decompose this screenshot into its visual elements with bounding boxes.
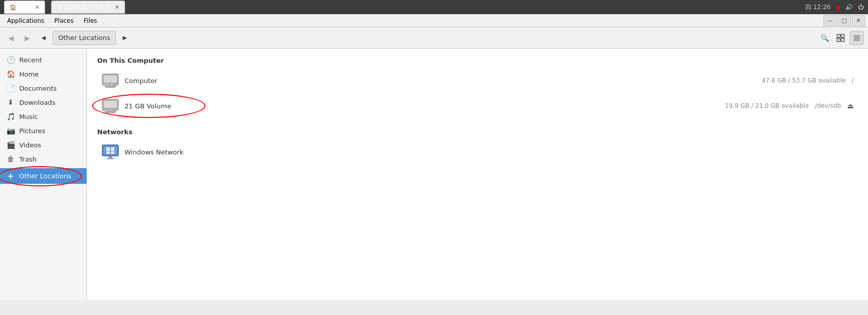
volume-drive-svg (101, 98, 119, 113)
sidebar-item-music[interactable]: 🎵 Music (0, 109, 87, 124)
taskbar-left: 🏠 主页 ✕ 🖥 CentOS 7 64 位 ✕ (4, 1, 805, 14)
datetime-display: 四 12:26 (805, 3, 831, 12)
power-icon[interactable]: ⏻ (858, 4, 864, 11)
grid-icon (837, 34, 845, 42)
tab-centos[interactable]: 🖥 CentOS 7 64 位 ✕ (51, 1, 125, 14)
svg-rect-21 (106, 151, 110, 154)
sidebar-item-label-videos: Videos (19, 141, 41, 149)
sidebar-item-videos[interactable]: 🎬 Videos (0, 138, 87, 152)
location-text: Other Locations (58, 34, 110, 42)
music-icon: 🎵 (6, 112, 15, 121)
other-locations-icon: + (6, 171, 15, 181)
svg-rect-0 (837, 34, 840, 37)
volume-item-info: 19.9 GB / 21.0 GB available /dev/sdb ⏏ (725, 102, 854, 110)
tab-centos-close[interactable]: ✕ (115, 4, 119, 11)
svg-point-15 (114, 110, 115, 111)
svg-rect-24 (107, 158, 114, 159)
svg-rect-2 (837, 38, 840, 42)
computer-storage-info: 47.8 GB / 53.7 GB available (762, 77, 846, 84)
toolbar: ◀ ▶ ◀ Other Locations ▶ 🔍 (0, 27, 868, 49)
sidebar-item-label-recent: Recent (19, 56, 42, 64)
windows-network-icon (101, 143, 119, 161)
main-area: 🕐 Recent 🏠 Home 📄 Documents ⬇ Downloads … (0, 49, 868, 300)
svg-rect-11 (105, 86, 115, 88)
minimize-button[interactable]: — (823, 15, 837, 26)
tab-home[interactable]: 🏠 主页 ✕ (4, 1, 45, 14)
sidebar-item-label-downloads: Downloads (19, 99, 55, 106)
svg-rect-20 (111, 147, 114, 151)
eject-button[interactable]: ⏏ (847, 102, 854, 110)
sidebar-item-label-documents: Documents (19, 85, 57, 92)
sidebar: 🕐 Recent 🏠 Home 📄 Documents ⬇ Downloads … (0, 49, 87, 300)
location-breadcrumb[interactable]: Other Locations (53, 31, 116, 45)
search-button[interactable]: 🔍 (817, 31, 832, 45)
volume-icon[interactable]: 🔊 (845, 4, 853, 11)
documents-icon: 📄 (6, 84, 15, 92)
close-button[interactable]: ✕ (852, 15, 865, 26)
volume-item-name: 21 GB Volume (125, 102, 725, 110)
computer-drive-icon (101, 71, 119, 90)
sidebar-item-other-locations[interactable]: + Other Locations (0, 168, 87, 184)
monitor-svg (101, 144, 119, 160)
svg-rect-1 (841, 34, 844, 37)
back-button[interactable]: ◀ (4, 31, 18, 45)
computer-item-name: Computer (125, 77, 762, 85)
sidebar-item-label-other-locations: Other Locations (19, 172, 71, 180)
app-menubar: Applications Places Files — □ ✕ (0, 14, 868, 27)
windows-network-name: Windows Network (125, 148, 854, 156)
svg-rect-18 (103, 146, 117, 155)
maximize-button[interactable]: □ (838, 15, 851, 26)
windows-network-item[interactable]: Windows Network (97, 140, 858, 164)
svg-point-10 (114, 85, 115, 86)
downloads-icon: ⬇ (6, 98, 15, 106)
sidebar-item-downloads[interactable]: ⬇ Downloads (0, 95, 87, 109)
svg-rect-23 (109, 156, 112, 158)
sidebar-item-documents[interactable]: 📄 Documents (0, 81, 87, 95)
nav-right-button[interactable]: ▶ (118, 31, 132, 45)
tab-centos-label: CentOS 7 64 位 (64, 3, 110, 12)
volume-storage-info: 19.9 GB / 21.0 GB available (725, 102, 809, 109)
svg-rect-13 (104, 101, 117, 108)
sidebar-item-trash[interactable]: 🗑 Trash (0, 152, 87, 166)
computer-item-info: 47.8 GB / 53.7 GB available / (762, 77, 854, 84)
svg-rect-22 (111, 151, 114, 154)
pictures-icon: 📷 (6, 127, 15, 135)
menu-files[interactable]: Files (79, 16, 101, 25)
svg-rect-16 (105, 111, 115, 113)
volume-drive-icon (101, 97, 119, 115)
forward-button[interactable]: ▶ (20, 31, 34, 45)
section-title-computer: On This Computer (97, 57, 858, 64)
system-bar-right: 四 12:26 ● 🔊 ⏻ (805, 3, 864, 12)
menu-applications[interactable]: Applications (3, 16, 48, 25)
svg-rect-8 (104, 75, 117, 83)
list-view-button[interactable] (850, 31, 864, 45)
sidebar-item-pictures[interactable]: 📷 Pictures (0, 124, 87, 138)
list-icon (853, 34, 861, 42)
tab-home-label: 主页 (19, 3, 31, 12)
sidebar-item-recent[interactable]: 🕐 Recent (0, 53, 87, 67)
svg-rect-3 (841, 38, 844, 42)
volume-device-path: /dev/sdb (815, 102, 841, 109)
sidebar-item-label-home: Home (19, 70, 38, 78)
tab-home-close[interactable]: ✕ (35, 4, 39, 11)
nav-left-button[interactable]: ◀ (36, 31, 51, 45)
icon-view-button[interactable] (834, 31, 848, 45)
section-title-networks: Networks (97, 128, 858, 136)
computer-item[interactable]: Computer 47.8 GB / 53.7 GB available / (97, 68, 858, 93)
content-area: On This Computer Computer 47.8 GB / 53.7… (87, 49, 868, 300)
volume-item[interactable]: 21 GB Volume 19.9 GB / 21.0 GB available… (97, 94, 858, 118)
sidebar-item-label-music: Music (19, 113, 38, 121)
window-controls: — □ ✕ (823, 15, 865, 26)
trash-icon: 🗑 (6, 155, 15, 163)
computer-mount-point: / (852, 77, 854, 84)
svg-rect-19 (106, 147, 110, 151)
videos-icon: 🎬 (6, 141, 15, 149)
recording-dot: ● (836, 5, 840, 10)
menu-places[interactable]: Places (50, 16, 77, 25)
sidebar-item-label-pictures: Pictures (19, 127, 45, 135)
home-icon: 🏠 (6, 70, 15, 78)
sidebar-item-home[interactable]: 🏠 Home (0, 67, 87, 81)
system-bar: 🏠 主页 ✕ 🖥 CentOS 7 64 位 ✕ 四 12:26 ● 🔊 ⏻ (0, 0, 868, 14)
sidebar-item-label-trash: Trash (19, 155, 36, 163)
recent-icon: 🕐 (6, 56, 15, 64)
